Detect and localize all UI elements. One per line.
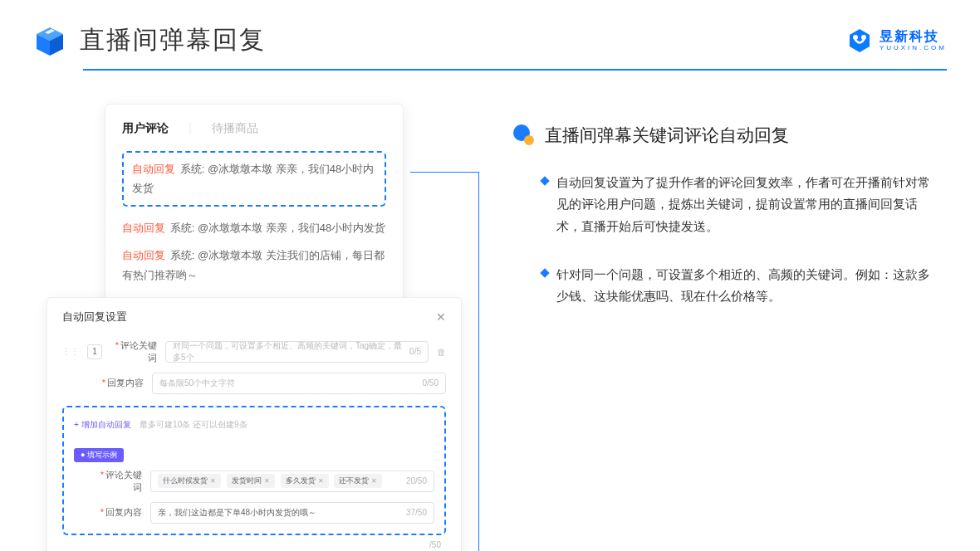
tab-divider: |	[189, 121, 192, 136]
example-badge: ● 填写示例	[74, 448, 124, 462]
example-content-row: *回复内容 亲，我们这边都是下单48小时内发货的哦～ 37/50	[74, 502, 434, 524]
ex-content-label: *回复内容	[96, 506, 142, 519]
ex-content-value: 亲，我们这边都是下单48小时内发货的哦～	[158, 507, 316, 519]
keyword-row: ⋮⋮ 1 *评论关键词 对同一个问题，可设置多个相近、高频的关键词，Tag确定，…	[62, 339, 446, 364]
auto-reply-settings-panel: 自动回复设置 ✕ ⋮⋮ 1 *评论关键词 对同一个问题，可设置多个相近、高频的关…	[47, 297, 462, 551]
ex-tags-container: 什么时候发货✕ 发货时间✕ 多久发货✕ 还不发货✕	[158, 474, 385, 488]
diamond-bullet-icon	[540, 268, 549, 277]
content-label: *回复内容	[97, 377, 144, 389]
svg-point-7	[524, 135, 534, 145]
tab-pending-goods[interactable]: 待播商品	[212, 121, 258, 136]
comment-text: @冰墩墩本墩 亲亲，我们48小时内发货	[198, 222, 385, 234]
keyword-tag[interactable]: 发货时间✕	[227, 474, 275, 488]
keyword-tag[interactable]: 什么时候发货✕	[158, 474, 221, 488]
system-label: 系统:	[170, 222, 195, 234]
keyword-tag[interactable]: 多久发货✕	[281, 474, 329, 488]
comment-row: 自动回复 系统: @冰墩墩本墩 亲亲，我们48小时内发货	[122, 218, 386, 237]
comments-panel: 用户评论 | 待播商品 自动回复 系统: @冰墩墩本墩 亲亲，我们48小时内发货…	[105, 104, 404, 310]
bullet-text: 自动回复设置为了提升作者的评论回复效率，作者可在开播前针对常见的评论用户问题，提…	[556, 172, 933, 237]
ex-content-input[interactable]: 亲，我们这边都是下单48小时内发货的哦～ 37/50	[150, 502, 434, 524]
logo-en: YUUXIN.COM	[880, 45, 947, 51]
bullet-item: 自动回复设置为了提升作者的评论回复效率，作者可在开播前针对常见的评论用户问题，提…	[512, 172, 933, 237]
tag-remove-icon[interactable]: ✕	[210, 477, 216, 485]
ex-keyword-label: *评论关键词	[96, 469, 142, 494]
section-title: 直播间弹幕关键词评论自动回复	[545, 124, 789, 147]
left-column: 用户评论 | 待播商品 自动回复 系统: @冰墩墩本墩 亲亲，我们48小时内发货…	[47, 104, 478, 551]
close-icon[interactable]: ✕	[436, 310, 446, 324]
brand-logo: 昱新科技 YUUXIN.COM	[846, 27, 947, 54]
add-hint: 最多可建10条 还可以创建9条	[140, 420, 247, 429]
content-row: *回复内容 每条限50个中文字符 0/50	[62, 373, 446, 394]
example-keyword-row: *评论关键词 什么时候发货✕ 发货时间✕ 多久发货✕ 还不发货✕ 20/50	[74, 469, 434, 494]
delete-icon[interactable]: 🗑	[437, 347, 446, 357]
tab-user-comments[interactable]: 用户评论	[122, 121, 169, 136]
tag-remove-icon[interactable]: ✕	[318, 477, 324, 485]
bottom-counter: /50	[62, 540, 446, 549]
content-counter: 0/50	[423, 378, 439, 388]
settings-header: 自动回复设置 ✕	[62, 310, 446, 324]
page-title: 直播间弹幕回复	[80, 23, 266, 57]
keyword-counter: 0/5	[409, 347, 421, 356]
ex-keyword-counter: 20/50	[406, 476, 427, 485]
order-number: 1	[87, 344, 102, 359]
keyword-label: *评论关键词	[110, 339, 157, 364]
connector-line	[410, 172, 478, 173]
logo-cn: 昱新科技	[880, 30, 947, 43]
tag-remove-icon[interactable]: ✕	[371, 477, 377, 485]
drag-handle-icon[interactable]: ⋮⋮	[62, 347, 79, 356]
add-auto-reply-link[interactable]: + 增加自动回复	[74, 419, 131, 431]
content-placeholder: 每条限50个中文字符	[159, 378, 235, 389]
content-input[interactable]: 每条限50个中文字符 0/50	[152, 373, 446, 394]
system-label: 系统:	[180, 163, 205, 175]
auto-reply-tag: 自动回复	[122, 249, 165, 261]
page-header: 直播间弹幕回复 昱新科技 YUUXIN.COM	[0, 0, 980, 57]
bullet-item: 针对同一个问题，可设置多个相近的、高频的关键词。例如：这款多少钱、这块能优惠吗、…	[512, 264, 933, 308]
right-column: 直播间弹幕关键词评论自动回复 自动回复设置为了提升作者的评论回复效率，作者可在开…	[512, 104, 933, 551]
auto-reply-tag: 自动回复	[132, 163, 175, 175]
connector-line	[478, 172, 479, 551]
keyword-placeholder: 对同一个问题，可设置多个相近、高频的关键词，Tag确定，最多5个	[173, 340, 409, 363]
comment-row: 自动回复 系统: @冰墩墩本墩 关注我们的店铺，每日都有热门推荐哟～	[122, 246, 386, 285]
logo-mark-icon	[846, 27, 873, 54]
auto-reply-tag: 自动回复	[122, 222, 165, 234]
keyword-tag[interactable]: 还不发货✕	[334, 474, 382, 488]
diamond-bullet-icon	[540, 176, 549, 185]
keyword-input[interactable]: 对同一个问题，可设置多个相近、高频的关键词，Tag确定，最多5个 0/5	[165, 341, 429, 363]
header-left: 直播间弹幕回复	[33, 23, 266, 57]
system-label: 系统:	[170, 249, 195, 261]
tag-remove-icon[interactable]: ✕	[264, 477, 270, 485]
highlighted-comment: 自动回复 系统: @冰墩墩本墩 亲亲，我们48小时内发货	[122, 151, 386, 207]
comment-row: 自动回复 系统: @冰墩墩本墩 亲亲，我们48小时内发货	[132, 159, 376, 198]
bullet-text: 针对同一个问题，可设置多个相近的、高频的关键词。例如：这款多少钱、这块能优惠吗、…	[556, 264, 933, 308]
example-section: + 增加自动回复 最多可建10条 还可以创建9条 ● 填写示例 *评论关键词 什…	[62, 406, 446, 535]
logo-text: 昱新科技 YUUXIN.COM	[880, 30, 947, 51]
cube-icon	[33, 24, 66, 57]
add-row: + 增加自动回复 最多可建10条 还可以创建9条	[74, 416, 434, 439]
comment-tabs: 用户评论 | 待播商品	[122, 121, 386, 136]
ex-keyword-input[interactable]: 什么时候发货✕ 发货时间✕ 多久发货✕ 还不发货✕ 20/50	[150, 471, 434, 492]
ex-content-counter: 37/50	[406, 508, 427, 517]
section-heading: 直播间弹幕关键词评论自动回复	[512, 124, 933, 147]
chat-bubble-icon	[512, 124, 535, 147]
settings-title: 自动回复设置	[62, 310, 127, 324]
